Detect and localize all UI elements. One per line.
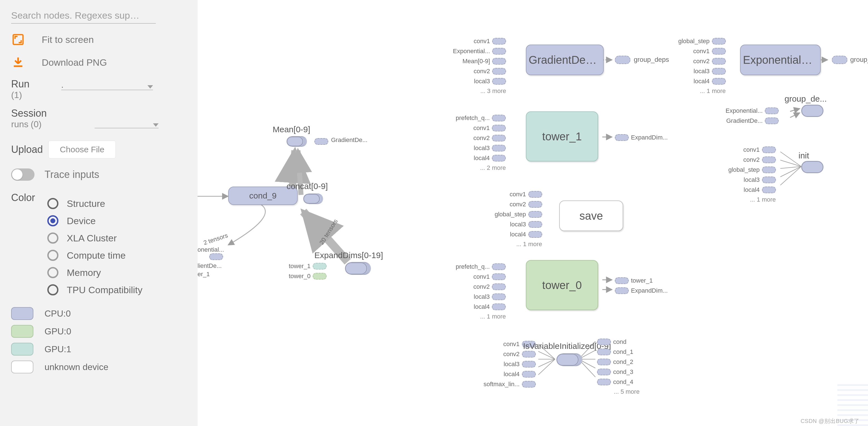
node-label-mean: Mean[0-9]: [273, 125, 310, 134]
color-option-tpu[interactable]: TPU Compatibility: [47, 284, 143, 295]
radio-icon: [47, 215, 58, 226]
session-select[interactable]: [95, 120, 159, 129]
outputs-tower1: ExpandDim...: [615, 133, 668, 143]
inputs-tower0: prefetch_q... conv1 conv2 local3 local4 …: [454, 262, 506, 320]
radio-icon: [47, 267, 58, 278]
chevron-down-icon: [153, 123, 159, 127]
run-label: Run: [11, 78, 61, 90]
swatch-unknown: [11, 361, 33, 373]
choose-file-button[interactable]: Choose File: [49, 141, 116, 159]
color-option-structure[interactable]: Structure: [47, 198, 143, 209]
chevron-down-icon: [148, 85, 153, 89]
label-group-de: group_de...: [784, 94, 827, 104]
radio-icon: [47, 284, 58, 295]
sidebar: Fit to screen Download PNG Run (1) . Ses…: [0, 0, 197, 426]
session-count: (0): [31, 119, 41, 130]
node-exponentialmoving[interactable]: ExponentialMovi...: [740, 45, 821, 75]
swatch-gpu0: [11, 325, 33, 338]
run-count: (1): [11, 90, 61, 100]
radio-icon: [47, 250, 58, 261]
outputs-isvar: cond cond_1 cond_2 cond_3 cond_4 ... 5 m…: [597, 337, 640, 395]
node-label-concat: concat[0-9]: [286, 181, 328, 191]
swatch-cpu0: [11, 307, 33, 320]
node-save[interactable]: save: [559, 200, 623, 231]
edge-in-label: lientDe...: [197, 262, 222, 269]
trace-label: Trace inputs: [44, 169, 99, 180]
pill-mean-out: [314, 138, 328, 145]
label-group-deps: group_deps: [634, 56, 669, 63]
edge-in-label: er_1: [197, 271, 210, 278]
inputs-save: conv1 conv2 global_step local3 local4 ..…: [492, 189, 542, 248]
inputs-graddesc: conv1 Exponential... Mean[0-9] conv2 loc…: [451, 36, 506, 95]
op-mean[interactable]: [286, 136, 303, 146]
label-init: init: [799, 151, 809, 160]
node-tower-1[interactable]: tower_1: [526, 111, 598, 162]
fit-label: Fit to screen: [42, 34, 94, 45]
pill-label-mean-out: GradientDe...: [331, 136, 368, 144]
svg-rect-1: [14, 65, 23, 67]
radio-icon: [47, 232, 58, 244]
download-label: Download PNG: [42, 57, 107, 68]
op-expanddims[interactable]: [345, 262, 367, 275]
color-label: Color: [11, 192, 47, 203]
inputs-exmov: global_step conv1 conv2 local3 local4 ..…: [676, 36, 726, 95]
op-init[interactable]: [801, 161, 824, 173]
edge-in-label: onential...: [197, 246, 224, 253]
color-option-compute[interactable]: Compute time: [47, 250, 143, 261]
upload-label: Upload: [11, 144, 43, 155]
color-option-xla[interactable]: XLA Cluster: [47, 232, 143, 244]
op-isvar[interactable]: [556, 353, 579, 366]
color-option-device[interactable]: Device: [47, 215, 143, 226]
download-icon: [11, 55, 25, 69]
run-select[interactable]: .: [61, 82, 153, 90]
watermark-text: CSDN @别出BUG求了: [801, 417, 860, 425]
color-radio-group: Structure Device XLA Cluster Compute tim…: [47, 192, 143, 302]
inputs-grpde: Exponential... GradientDe...: [723, 106, 779, 126]
run-value: .: [61, 80, 63, 90]
outputs-tower0: tower_1 ExpandDim...: [615, 276, 668, 296]
edge-tensors-label: 20 tensors: [318, 218, 339, 246]
color-option-memory[interactable]: Memory: [47, 267, 143, 278]
graph-canvas[interactable]: cond_9 onential... lientDe... er_1 2 ten…: [197, 0, 868, 426]
edge-tensors-label: 2 tensors: [203, 232, 229, 247]
node-tower-0[interactable]: tower_0: [526, 260, 598, 310]
swatch-gpu1: [11, 343, 33, 356]
node-label-expanddims: ExpandDims[0-19]: [314, 251, 383, 260]
pill-group-deps: [832, 56, 847, 64]
session-label: Session: [11, 108, 61, 119]
download-png-button[interactable]: Download PNG: [11, 55, 186, 69]
inputs-tower1: prefetch_q... conv1 conv2 local3 local4 …: [454, 113, 506, 172]
session-sub: runs: [11, 119, 28, 130]
fit-to-screen-button[interactable]: Fit to screen: [11, 33, 186, 47]
op-concat[interactable]: [303, 194, 320, 204]
fit-screen-icon: [11, 33, 25, 47]
radio-icon: [47, 198, 58, 209]
inputs-init: conv1 conv2 global_step local3 local4 ..…: [726, 145, 776, 203]
trace-inputs-toggle[interactable]: [11, 168, 34, 181]
op-group-de[interactable]: [801, 105, 824, 117]
node-gradientdescent[interactable]: GradientDesc...: [526, 45, 604, 75]
pill-group-deps: [615, 56, 630, 64]
label-group-deps: group_deps: [850, 56, 868, 63]
device-legend: CPU:0 GPU:0 GPU:1 unknown device: [11, 307, 186, 373]
search-input[interactable]: [11, 8, 156, 24]
pill-edge: [209, 253, 223, 260]
